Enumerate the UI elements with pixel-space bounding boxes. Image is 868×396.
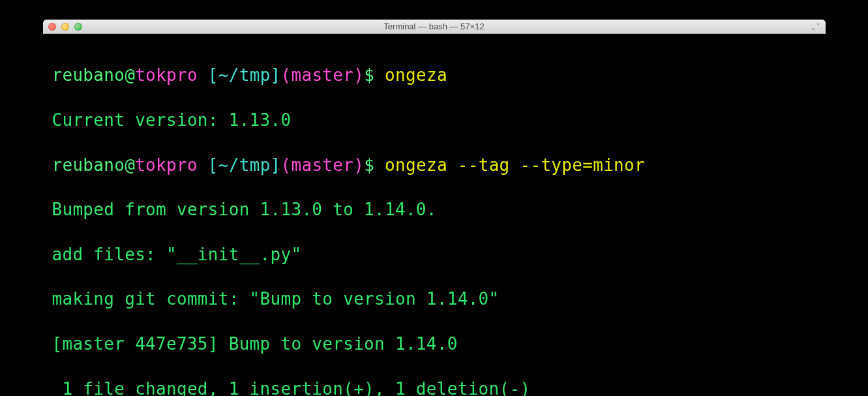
output-line: Bumped from version 1.13.0 to 1.14.0. xyxy=(52,198,816,221)
prompt-user: reubano xyxy=(52,65,125,85)
prompt-sigil: $ xyxy=(364,65,385,85)
output-line: 1 file changed, 1 insertion(+), 1 deleti… xyxy=(52,378,816,396)
prompt-branch: (master) xyxy=(281,155,365,175)
resize-icon[interactable] xyxy=(811,22,820,31)
prompt-host: tokpro xyxy=(135,155,198,175)
prompt-at: @ xyxy=(125,155,135,175)
prompt-user: reubano xyxy=(52,155,125,175)
prompt-sigil: $ xyxy=(364,155,385,175)
traffic-lights xyxy=(48,23,82,31)
prompt-branch: (master) xyxy=(281,65,365,85)
prompt-line: reubano@tokpro [~/tmp](master)$ ongeza -… xyxy=(52,154,816,176)
close-icon[interactable] xyxy=(48,23,56,31)
prompt-path: [~/tmp] xyxy=(208,155,281,175)
prompt-space xyxy=(198,155,208,175)
prompt-line: reubano@tokpro [~/tmp](master)$ ongeza xyxy=(52,64,816,86)
command-text: ongeza xyxy=(385,65,447,85)
prompt-space xyxy=(198,65,208,85)
command-text: ongeza --tag --type=minor xyxy=(385,155,645,175)
output-line: [master 447e735] Bump to version 1.14.0 xyxy=(52,333,816,355)
prompt-host: tokpro xyxy=(135,65,198,85)
output-line: add files: "__init__.py" xyxy=(52,243,816,266)
output-line: Current version: 1.13.0 xyxy=(52,109,816,131)
titlebar: Terminal — bash — 57×12 xyxy=(43,20,826,34)
prompt-path: [~/tmp] xyxy=(208,65,281,85)
terminal-body[interactable]: reubano@tokpro [~/tmp](master)$ ongeza C… xyxy=(43,34,826,396)
maximize-icon[interactable] xyxy=(74,23,82,31)
terminal-window: Terminal — bash — 57×12 reubano@tokpro [… xyxy=(43,20,826,396)
prompt-at: @ xyxy=(125,65,135,85)
minimize-icon[interactable] xyxy=(61,23,69,31)
output-line: making git commit: "Bump to version 1.14… xyxy=(52,288,816,310)
window-title: Terminal — bash — 57×12 xyxy=(43,22,826,31)
